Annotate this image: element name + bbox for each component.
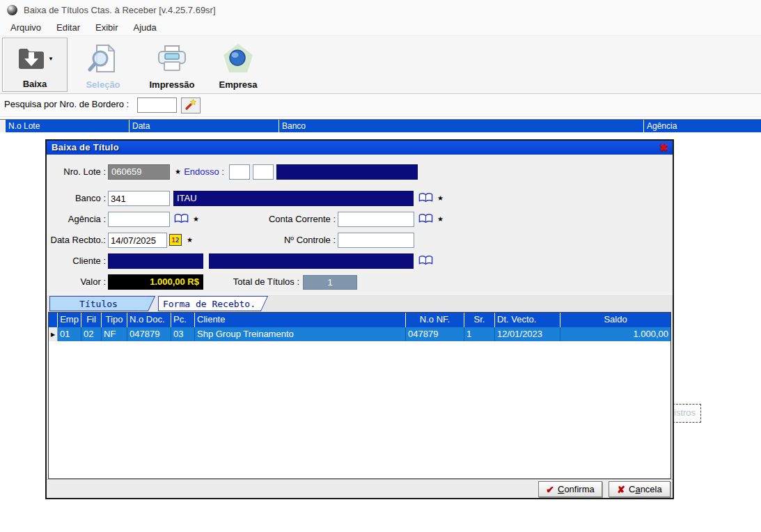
n-controle-label: Nº Controle : — [256, 233, 336, 248]
required-star-icon: ★ — [437, 212, 444, 227]
grid-header-pc: Pc. — [171, 313, 195, 327]
total-titulos-label: Total de Títulos : — [209, 274, 299, 290]
cell-fil: 02 — [81, 327, 102, 341]
toolbar-button-baixa[interactable]: ▼ Baixa — [2, 38, 68, 92]
menu-editar[interactable]: Editar — [49, 22, 88, 33]
menu-bar: Arquivo Editar Exibir Ajuda — [0, 19, 761, 36]
menu-exibir[interactable]: Exibir — [88, 22, 126, 33]
magic-wand-icon — [185, 98, 197, 114]
grid-indicator-header — [49, 313, 58, 327]
menu-arquivo[interactable]: Arquivo — [3, 22, 49, 33]
grid-header-saldo: Saldo — [560, 313, 670, 327]
required-star-icon: ★ — [437, 191, 444, 206]
grid-header-cliente: Cliente — [195, 313, 406, 327]
toolbar-button-selecao[interactable]: Seleção — [70, 38, 136, 92]
cliente-label: Cliente : — [47, 253, 106, 269]
grid-header-fil: Fil — [81, 313, 102, 327]
list-header-data: Data — [130, 120, 279, 132]
toolbar-label-impressao: Impressão — [149, 79, 194, 90]
titulos-grid: Emp Fil Tipo N.o Doc. Pc. Cliente N.o NF… — [48, 312, 671, 479]
cliente-lookup-book-icon[interactable] — [418, 255, 433, 266]
toolbar: ▼ Baixa Seleção — [0, 36, 761, 94]
cell-sr: 1 — [464, 327, 495, 341]
valor-label: Valor : — [47, 274, 106, 290]
cell-nnf: 047879 — [406, 327, 464, 341]
grid-header-sr: Sr. — [464, 313, 495, 327]
cancela-button-label: Cancela — [629, 484, 662, 494]
cliente-code-field — [108, 253, 203, 269]
endosso-digit-input[interactable] — [253, 164, 274, 180]
chevron-down-icon[interactable]: ▼ — [48, 56, 54, 62]
app-icon — [7, 5, 17, 15]
required-star-icon: ★ — [187, 233, 193, 248]
list-indicator-column — [0, 120, 6, 132]
agencia-lookup-book-icon[interactable] — [174, 213, 189, 224]
grid-header-nnf: N.o NF. — [406, 313, 464, 327]
baixa-de-titulo-dialog: Baixa de Título ✖ Nro. Lote : 060659 ★ E… — [45, 139, 674, 499]
dialog-title: Baixa de Título — [52, 142, 119, 152]
toolbar-button-impressao[interactable]: Impressão — [139, 38, 205, 92]
tab-bar: Títulos Forma de Recebto. — [47, 294, 673, 312]
search-document-icon — [88, 38, 118, 79]
cliente-name-field — [209, 253, 414, 269]
cancela-button[interactable]: ✘ Cancela — [609, 481, 670, 497]
title-bar: Baixa de Títulos Ctas. à Receber [v.4.25… — [0, 0, 761, 19]
nro-lote-label: Nro. Lote : — [47, 164, 106, 180]
banco-code-input[interactable] — [108, 191, 170, 206]
conta-corrente-lookup-book-icon[interactable] — [418, 213, 433, 224]
close-icon[interactable]: ✖ — [659, 141, 668, 154]
search-input[interactable] — [137, 97, 177, 113]
grid-header-tipo: Tipo — [102, 313, 127, 327]
toolbar-label-selecao: Seleção — [86, 79, 120, 90]
x-icon: ✘ — [617, 484, 625, 495]
dialog-button-bar: ✔ Confirma ✘ Cancela — [47, 479, 673, 498]
grid-header-emp: Emp — [58, 313, 81, 327]
tab-forma-de-recebto[interactable]: Forma de Recebto. — [158, 296, 260, 311]
cell-cliente: Shp Group Treinamento — [195, 327, 406, 341]
endosso-name-field — [276, 164, 418, 180]
grid-header-ndoc: N.o Doc. — [127, 313, 171, 327]
valor-field: 1.000,00 R$ — [108, 274, 203, 290]
company-globe-icon — [223, 38, 253, 79]
clipped-records-hint: istros — [673, 404, 701, 423]
search-button[interactable] — [181, 97, 201, 114]
n-controle-input[interactable] — [338, 233, 414, 248]
confirma-button[interactable]: ✔ Confirma — [538, 481, 602, 497]
dialog-title-bar: Baixa de Título — [47, 141, 673, 155]
cell-pc: 03 — [171, 327, 195, 341]
grid-header-dtvecto: Dt. Vecto. — [495, 313, 560, 327]
banco-label: Banco : — [47, 191, 106, 206]
list-header: N.o Lote Data Banco Agência — [0, 119, 761, 132]
tab-titulos[interactable]: Títulos — [49, 296, 147, 311]
cell-tipo: NF — [102, 327, 127, 341]
cell-saldo: 1.000,00 — [560, 327, 670, 341]
cell-emp: 01 — [58, 327, 81, 341]
agencia-label: Agência : — [47, 212, 106, 227]
conta-corrente-input[interactable] — [338, 212, 414, 227]
search-row: Pesquisa por Nro. de Bordero : — [0, 94, 761, 117]
toolbar-label-baixa: Baixa — [23, 79, 47, 89]
search-label: Pesquisa por Nro. de Bordero : — [4, 99, 129, 109]
endosso-label: Endosso : — [144, 164, 224, 180]
menu-ajuda[interactable]: Ajuda — [126, 22, 164, 33]
endosso-code-input[interactable] — [229, 164, 250, 180]
calendar-icon[interactable]: 12 — [169, 234, 182, 246]
banco-name-field: ITAU — [173, 191, 414, 206]
grid-selected-row[interactable]: ▶ 01 02 NF 047879 03 Shp Group Treinamen… — [49, 327, 670, 341]
agencia-input[interactable] — [108, 212, 170, 227]
printer-icon — [156, 38, 188, 79]
list-header-agencia: Agência — [644, 120, 761, 132]
check-icon: ✔ — [546, 484, 554, 495]
confirma-button-label: Confirma — [558, 484, 595, 494]
list-header-banco: Banco — [279, 120, 644, 132]
folder-download-icon: ▼ — [16, 38, 54, 79]
required-star-icon: ★ — [193, 212, 199, 227]
row-pointer-icon: ▶ — [49, 327, 58, 341]
conta-corrente-label: Conta Corrente : — [256, 212, 336, 227]
toolbar-button-empresa[interactable]: Empresa — [207, 38, 269, 92]
banco-lookup-book-icon[interactable] — [418, 192, 433, 203]
window-title: Baixa de Títulos Ctas. à Receber [v.4.25… — [24, 5, 216, 15]
list-header-nro-lote: N.o Lote — [6, 120, 130, 132]
data-recbto-input[interactable] — [108, 233, 167, 248]
app-window: Baixa de Títulos Ctas. à Receber [v.4.25… — [0, 0, 761, 532]
